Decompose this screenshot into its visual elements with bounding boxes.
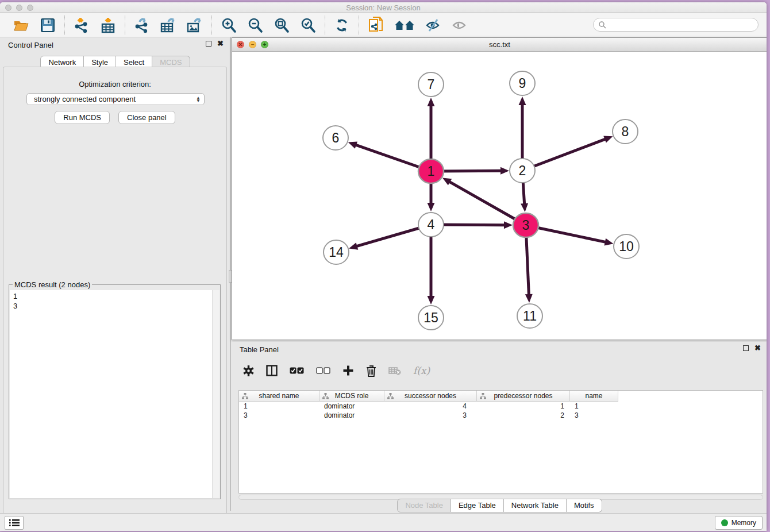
graph-node-8[interactable]: 8	[613, 119, 638, 144]
graph-node-9[interactable]: 9	[510, 71, 535, 95]
graph-node-label: 15	[424, 310, 438, 325]
graph-node-4[interactable]: 4	[418, 213, 444, 237]
refresh-icon	[334, 18, 349, 33]
network-canvas[interactable]: 7968124314101511	[232, 52, 767, 340]
close-panel-icon[interactable]: ✖	[217, 41, 224, 47]
search-input[interactable]	[606, 21, 758, 29]
graph-node-label: 9	[519, 76, 526, 91]
graph-node-7[interactable]: 7	[418, 72, 444, 97]
refresh-button[interactable]	[333, 16, 351, 34]
status-bar: Memory	[0, 513, 767, 531]
graph-edge-3-10[interactable]	[526, 225, 613, 245]
application-window: Session: New Session	[0, 2, 767, 531]
control-panel-title: Control Panel	[8, 41, 53, 49]
first-neighbors-icon	[394, 18, 415, 32]
mcds-result-group: MCDS result (2 nodes) 1 3	[9, 284, 221, 499]
delete-table-button[interactable]	[388, 364, 401, 377]
select-all-columns-button[interactable]	[290, 364, 304, 377]
zoom-fit-button[interactable]	[272, 16, 291, 34]
float-panel-icon[interactable]	[206, 41, 211, 47]
cell-shared-name[interactable]: 3	[239, 411, 319, 419]
graph-node-10[interactable]: 10	[614, 234, 639, 259]
graph-node-15[interactable]: 15	[418, 306, 444, 330]
zoom-selected-button[interactable]	[299, 16, 317, 34]
import-table-button[interactable]	[99, 16, 117, 34]
tab-network-table[interactable]: Network Table	[504, 499, 567, 512]
zoom-selected-icon	[300, 17, 316, 33]
open-session-button[interactable]	[12, 16, 30, 34]
tab-edge-table[interactable]: Edge Table	[451, 499, 504, 512]
cell-successor-nodes[interactable]: 4	[384, 402, 477, 410]
graph-node-label: 2	[519, 163, 526, 178]
table-settings-button[interactable]	[243, 364, 254, 377]
zoom-in-button[interactable]	[220, 16, 238, 34]
export-network-button[interactable]	[133, 16, 151, 34]
delete-columns-button[interactable]	[366, 364, 376, 377]
cell-shared-name[interactable]: 1	[239, 402, 319, 410]
table-row[interactable]: 1 dominator 4 1 1	[239, 402, 763, 411]
zoom-in-icon	[221, 17, 237, 33]
import-network-icon	[74, 17, 90, 33]
column-header-successor-nodes[interactable]: successor nodes	[384, 391, 477, 402]
graph-node-3[interactable]: 3	[513, 213, 538, 237]
graph-node-label: 3	[522, 218, 530, 233]
column-header-predecessor-nodes[interactable]: predecessor nodes	[477, 391, 570, 402]
save-session-button[interactable]	[38, 16, 57, 34]
close-panel-button[interactable]: Close panel	[118, 111, 175, 124]
export-image-icon	[187, 17, 203, 33]
first-neighbors-button[interactable]	[393, 16, 416, 34]
memory-button[interactable]: Memory	[715, 516, 763, 530]
export-table-button[interactable]	[159, 16, 178, 34]
column-header-name[interactable]: name	[570, 391, 618, 402]
search-icon	[598, 21, 606, 29]
cell-mcds-role[interactable]: dominator	[319, 411, 384, 419]
graph-node-6[interactable]: 6	[323, 126, 348, 150]
result-scrollbar[interactable]	[212, 290, 220, 498]
network-window-titlebar[interactable]: ✕ – + scc.txt	[232, 38, 767, 52]
criterion-dropdown[interactable]: strongly connected component ▲▼	[26, 93, 205, 105]
cell-name[interactable]: 1	[570, 402, 618, 410]
cell-predecessor-nodes[interactable]: 2	[477, 411, 570, 419]
delete-columns-icon	[366, 365, 376, 377]
save-icon	[41, 18, 55, 32]
mcds-result-area[interactable]: 1 3	[10, 290, 220, 498]
cell-name[interactable]: 3	[570, 411, 618, 419]
float-table-panel-icon[interactable]	[743, 345, 749, 351]
task-history-button[interactable]	[5, 516, 24, 530]
show-all-button[interactable]	[451, 16, 469, 34]
control-panel: Control Panel ✖ Network Style Select MCD…	[0, 37, 231, 511]
hide-selected-icon	[425, 18, 441, 33]
graph-node-11[interactable]: 11	[517, 304, 542, 328]
close-table-panel-icon[interactable]: ✖	[754, 345, 761, 351]
graph-node-label: 11	[523, 309, 537, 323]
cell-successor-nodes[interactable]: 3	[384, 411, 477, 419]
mcds-result-values: 1 3	[13, 291, 17, 311]
cell-mcds-role[interactable]: dominator	[319, 402, 384, 410]
create-column-button[interactable]	[342, 364, 354, 377]
graph-node-label: 14	[329, 245, 344, 260]
zoom-out-button[interactable]	[246, 16, 264, 34]
hide-selected-button[interactable]	[424, 16, 442, 34]
search-field[interactable]	[593, 18, 759, 32]
column-header-shared-name[interactable]: shared name	[239, 391, 319, 402]
attribute-tree-icon	[322, 393, 329, 399]
tab-node-table[interactable]: Node Table	[397, 499, 451, 512]
graph-edge-2-8[interactable]	[522, 136, 613, 171]
new-network-from-selection-button[interactable]	[367, 16, 385, 34]
unselect-all-columns-button[interactable]	[316, 364, 330, 377]
network-view-window: ✕ – + scc.txt 7968124314101511	[232, 37, 767, 340]
zoom-fit-icon	[274, 17, 290, 33]
import-network-button[interactable]	[72, 16, 91, 34]
graph-edge-3-1[interactable]	[442, 178, 526, 225]
graph-node-1[interactable]: 1	[418, 159, 444, 183]
column-header-mcds-role[interactable]: MCDS role	[319, 391, 384, 402]
column-view-button[interactable]	[266, 364, 278, 377]
graph-node-2[interactable]: 2	[510, 159, 535, 183]
function-builder-button[interactable]: f(x)	[413, 364, 430, 377]
table-row[interactable]: 3 dominator 3 2 3	[239, 411, 763, 420]
tab-motifs[interactable]: Motifs	[567, 499, 602, 512]
run-mcds-button[interactable]: Run MCDS	[55, 111, 110, 124]
graph-node-14[interactable]: 14	[324, 240, 349, 264]
cell-predecessor-nodes[interactable]: 1	[477, 402, 570, 410]
export-image-button[interactable]	[186, 16, 204, 34]
